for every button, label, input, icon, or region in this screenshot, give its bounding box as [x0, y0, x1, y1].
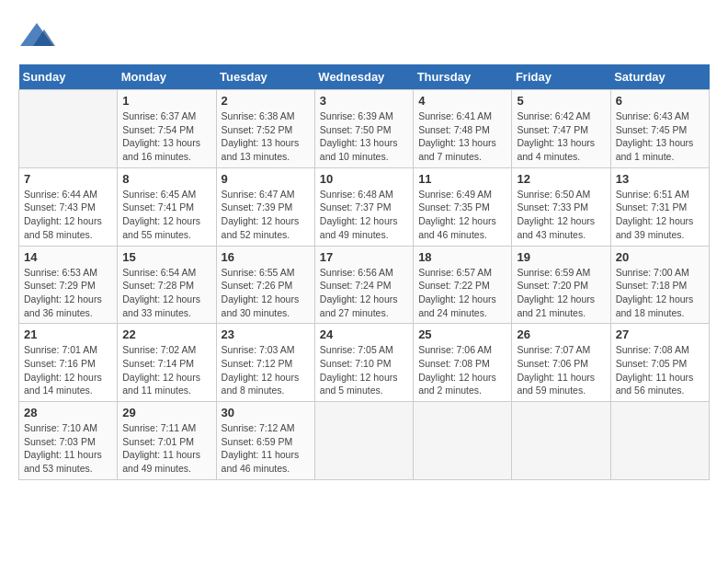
- day-info: Sunrise: 6:43 AM Sunset: 7:45 PM Dayligh…: [616, 109, 704, 164]
- day-info: Sunrise: 6:55 AM Sunset: 7:26 PM Dayligh…: [222, 266, 310, 320]
- day-number: 4: [418, 94, 506, 108]
- day-info: Sunrise: 6:42 AM Sunset: 7:47 PM Dayligh…: [517, 109, 605, 164]
- day-number: 30: [222, 406, 310, 419]
- day-number: 24: [320, 327, 408, 341]
- day-info: Sunrise: 6:49 AM Sunset: 7:35 PM Dayligh…: [418, 188, 506, 242]
- day-info: Sunrise: 7:03 AM Sunset: 7:12 PM Dayligh…: [222, 343, 310, 397]
- calendar-cell: 3Sunrise: 6:39 AM Sunset: 7:50 PM Daylig…: [314, 90, 413, 168]
- day-number: 12: [517, 172, 605, 186]
- calendar-cell: [414, 402, 512, 480]
- day-info: Sunrise: 6:39 AM Sunset: 7:50 PM Dayligh…: [320, 109, 408, 164]
- day-info: Sunrise: 6:37 AM Sunset: 7:54 PM Dayligh…: [122, 109, 210, 164]
- calendar-cell: 27Sunrise: 7:08 AM Sunset: 7:05 PM Dayli…: [610, 324, 709, 402]
- calendar-cell: 9Sunrise: 6:47 AM Sunset: 7:39 PM Daylig…: [216, 167, 314, 246]
- day-number: 21: [24, 327, 112, 341]
- day-info: Sunrise: 6:57 AM Sunset: 7:22 PM Dayligh…: [418, 266, 506, 320]
- day-number: 13: [616, 172, 704, 186]
- day-number: 23: [222, 327, 310, 341]
- calendar-cell: 5Sunrise: 6:42 AM Sunset: 7:47 PM Daylig…: [512, 90, 610, 168]
- calendar-cell: 22Sunrise: 7:02 AM Sunset: 7:14 PM Dayli…: [118, 324, 216, 402]
- day-info: Sunrise: 7:02 AM Sunset: 7:14 PM Dayligh…: [122, 343, 210, 397]
- header-cell-monday: Monday: [118, 64, 216, 90]
- day-info: Sunrise: 6:51 AM Sunset: 7:31 PM Dayligh…: [616, 188, 704, 242]
- day-number: 18: [418, 250, 506, 264]
- day-info: Sunrise: 6:41 AM Sunset: 7:48 PM Dayligh…: [418, 109, 506, 164]
- day-info: Sunrise: 6:56 AM Sunset: 7:24 PM Dayligh…: [320, 266, 408, 320]
- day-info: Sunrise: 7:10 AM Sunset: 7:03 PM Dayligh…: [24, 421, 112, 476]
- day-number: 20: [616, 250, 704, 264]
- day-info: Sunrise: 7:11 AM Sunset: 7:01 PM Dayligh…: [122, 421, 210, 476]
- logo: [18, 18, 61, 55]
- day-number: 1: [122, 94, 210, 108]
- day-info: Sunrise: 6:45 AM Sunset: 7:41 PM Dayligh…: [122, 188, 210, 242]
- header-cell-friday: Friday: [512, 64, 610, 90]
- calendar-cell: 7Sunrise: 6:44 AM Sunset: 7:43 PM Daylig…: [19, 167, 118, 246]
- calendar-cell: 1Sunrise: 6:37 AM Sunset: 7:54 PM Daylig…: [118, 90, 216, 168]
- day-info: Sunrise: 7:07 AM Sunset: 7:06 PM Dayligh…: [517, 343, 605, 397]
- calendar-cell: 25Sunrise: 7:06 AM Sunset: 7:08 PM Dayli…: [414, 324, 512, 402]
- day-number: 29: [122, 406, 210, 419]
- calendar-cell: 26Sunrise: 7:07 AM Sunset: 7:06 PM Dayli…: [512, 324, 610, 402]
- header-cell-wednesday: Wednesday: [314, 64, 413, 90]
- calendar-cell: 2Sunrise: 6:38 AM Sunset: 7:52 PM Daylig…: [216, 90, 314, 168]
- day-info: Sunrise: 7:00 AM Sunset: 7:18 PM Dayligh…: [616, 266, 704, 320]
- day-number: 22: [122, 327, 210, 341]
- day-info: Sunrise: 6:50 AM Sunset: 7:33 PM Dayligh…: [517, 188, 605, 242]
- calendar-cell: 18Sunrise: 6:57 AM Sunset: 7:22 PM Dayli…: [414, 246, 512, 324]
- calendar-cell: 23Sunrise: 7:03 AM Sunset: 7:12 PM Dayli…: [216, 324, 314, 402]
- calendar-cell: 11Sunrise: 6:49 AM Sunset: 7:35 PM Dayli…: [414, 167, 512, 246]
- day-number: 8: [122, 172, 210, 186]
- calendar-cell: 13Sunrise: 6:51 AM Sunset: 7:31 PM Dayli…: [610, 167, 709, 246]
- calendar-cell: 16Sunrise: 6:55 AM Sunset: 7:26 PM Dayli…: [216, 246, 314, 324]
- day-number: 5: [517, 94, 605, 108]
- day-number: 7: [24, 172, 112, 186]
- day-number: 9: [222, 172, 310, 186]
- day-number: 25: [418, 327, 506, 341]
- calendar-cell: [512, 402, 610, 480]
- day-number: 26: [517, 327, 605, 341]
- calendar-header: SundayMondayTuesdayWednesdayThursdayFrid…: [19, 64, 710, 90]
- calendar-cell: 8Sunrise: 6:45 AM Sunset: 7:41 PM Daylig…: [118, 167, 216, 246]
- calendar-cell: 15Sunrise: 6:54 AM Sunset: 7:28 PM Dayli…: [118, 246, 216, 324]
- calendar-cell: 24Sunrise: 7:05 AM Sunset: 7:10 PM Dayli…: [314, 324, 413, 402]
- header-row: SundayMondayTuesdayWednesdayThursdayFrid…: [19, 64, 710, 90]
- day-number: 16: [222, 250, 310, 264]
- day-info: Sunrise: 6:38 AM Sunset: 7:52 PM Dayligh…: [222, 109, 310, 164]
- calendar-cell: 4Sunrise: 6:41 AM Sunset: 7:48 PM Daylig…: [414, 90, 512, 168]
- calendar-cell: 30Sunrise: 7:12 AM Sunset: 6:59 PM Dayli…: [216, 402, 314, 480]
- calendar-cell: 17Sunrise: 6:56 AM Sunset: 7:24 PM Dayli…: [314, 246, 413, 324]
- calendar-cell: [314, 402, 413, 480]
- header-cell-sunday: Sunday: [19, 64, 118, 90]
- calendar-body: 1Sunrise: 6:37 AM Sunset: 7:54 PM Daylig…: [19, 90, 710, 480]
- day-info: Sunrise: 6:59 AM Sunset: 7:20 PM Dayligh…: [517, 266, 605, 320]
- header-cell-saturday: Saturday: [610, 64, 709, 90]
- day-info: Sunrise: 6:44 AM Sunset: 7:43 PM Dayligh…: [24, 188, 112, 242]
- day-info: Sunrise: 7:01 AM Sunset: 7:16 PM Dayligh…: [24, 343, 112, 397]
- week-row-3: 14Sunrise: 6:53 AM Sunset: 7:29 PM Dayli…: [19, 246, 710, 324]
- day-info: Sunrise: 6:53 AM Sunset: 7:29 PM Dayligh…: [24, 266, 112, 320]
- day-info: Sunrise: 6:47 AM Sunset: 7:39 PM Dayligh…: [222, 188, 310, 242]
- calendar-cell: 21Sunrise: 7:01 AM Sunset: 7:16 PM Dayli…: [19, 324, 118, 402]
- day-number: 28: [24, 406, 112, 419]
- calendar-cell: 19Sunrise: 6:59 AM Sunset: 7:20 PM Dayli…: [512, 246, 610, 324]
- day-number: 27: [616, 327, 704, 341]
- day-number: 6: [616, 94, 704, 108]
- header-cell-tuesday: Tuesday: [216, 64, 314, 90]
- day-info: Sunrise: 7:08 AM Sunset: 7:05 PM Dayligh…: [616, 343, 704, 397]
- calendar-cell: 12Sunrise: 6:50 AM Sunset: 7:33 PM Dayli…: [512, 167, 610, 246]
- day-number: 2: [222, 94, 310, 108]
- day-number: 3: [320, 94, 408, 108]
- day-info: Sunrise: 7:05 AM Sunset: 7:10 PM Dayligh…: [320, 343, 408, 397]
- calendar-cell: 28Sunrise: 7:10 AM Sunset: 7:03 PM Dayli…: [19, 402, 118, 480]
- week-row-2: 7Sunrise: 6:44 AM Sunset: 7:43 PM Daylig…: [19, 167, 710, 246]
- logo-icon: [18, 18, 55, 55]
- week-row-1: 1Sunrise: 6:37 AM Sunset: 7:54 PM Daylig…: [19, 90, 710, 168]
- calendar-cell: [610, 402, 709, 480]
- day-number: 11: [418, 172, 506, 186]
- calendar-cell: 20Sunrise: 7:00 AM Sunset: 7:18 PM Dayli…: [610, 246, 709, 324]
- day-number: 14: [24, 250, 112, 264]
- day-info: Sunrise: 6:54 AM Sunset: 7:28 PM Dayligh…: [122, 266, 210, 320]
- day-number: 19: [517, 250, 605, 264]
- day-info: Sunrise: 6:48 AM Sunset: 7:37 PM Dayligh…: [320, 188, 408, 242]
- calendar-cell: 6Sunrise: 6:43 AM Sunset: 7:45 PM Daylig…: [610, 90, 709, 168]
